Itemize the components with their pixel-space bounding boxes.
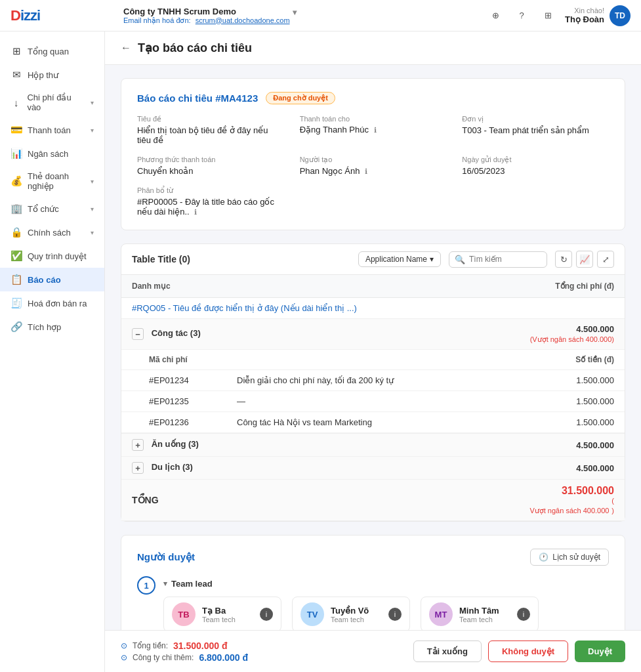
budget-icon: 📊 [10, 148, 22, 159]
back-button[interactable]: ← [121, 42, 131, 54]
sidebar-item-quy-trinh[interactable]: ✅ Quy trình duyệt [0, 244, 104, 268]
grid-icon[interactable]: ⊞ [539, 7, 557, 25]
sidebar-item-chinh-sach[interactable]: 🔒 Chính sách ▾ [0, 220, 104, 244]
approvers-title: Người duyệt [137, 551, 195, 563]
company-selector[interactable]: Công ty TNHH Scrum Demo Email nhận hoá đ… [123, 7, 478, 25]
category-name: − Công tác (3) [121, 319, 353, 350]
table-row: − Công tác (3) 4.500.000 (Vượt ngân sách… [121, 319, 625, 350]
company-email: Email nhận hoá đơn: scrum@uat.dochoadone… [123, 16, 290, 25]
info-grid: Tiêu đề Hiển thị toàn bộ tiêu đề ở đây n… [137, 115, 609, 217]
category-name: + Du lịch (3) [121, 457, 353, 480]
add-icon[interactable]: ⊕ [486, 7, 505, 25]
sidebar: ⊞ Tổng quan ✉ Hộp thư ↓ Chi phí đầu vào … [0, 32, 105, 672]
sidebar-item-chi-phi[interactable]: ↓ Chi phí đầu vào ▾ [0, 87, 104, 118]
sidebar-item-label: Tổ chức [28, 204, 59, 214]
invoice-icon: 🧾 [10, 297, 22, 309]
search-input[interactable] [469, 255, 541, 264]
total-amount: 31.500.000 đ [173, 640, 228, 651]
info-icon[interactable]: ℹ [374, 126, 377, 134]
approvers-header: Người duyệt 🕐 Lịch sử duyệt [137, 549, 609, 566]
sidebar-item-ngan-sach[interactable]: 📊 Ngân sách [0, 142, 104, 165]
col-category: Danh mục [121, 275, 353, 298]
sidebar-item-label: Hoá đơn bán ra [28, 299, 87, 308]
avatar: TB [172, 602, 196, 626]
payment-icon: 💳 [10, 124, 22, 136]
chart-icon[interactable]: 📈 [576, 251, 593, 268]
org-icon: 🏢 [10, 203, 22, 215]
help-icon[interactable]: ? [512, 7, 531, 25]
table-row: #EP01234 Diễn giải cho chi phí này, tối … [121, 370, 625, 434]
chevron-icon: ▾ [91, 178, 94, 185]
approver-info-button[interactable]: i [517, 608, 530, 621]
circle-icon: ⊙ [121, 653, 127, 662]
step-number-1: 1 [137, 576, 155, 595]
sidebar-item-to-chuc[interactable]: 🏢 Tổ chức ▾ [0, 197, 104, 220]
approve-button[interactable]: Duyệt [575, 640, 625, 662]
approver-info-button[interactable]: i [260, 608, 273, 621]
sub-col-desc: Số tiền (đ) [353, 350, 625, 370]
sidebar-item-label: Thanh toán [28, 125, 71, 135]
step-expand-1[interactable]: ▾ Team lead [163, 576, 609, 589]
sidebar-item-bao-cao[interactable]: 📋 Báo cáo [0, 268, 104, 291]
reject-button[interactable]: Không duyệt [488, 640, 568, 662]
report-id: Báo cáo chi tiêu #MA4123 [137, 93, 258, 104]
table-row: #EP01234 Diễn giải cho chi phí này, tối … [121, 370, 625, 391]
approver-info-button[interactable]: i [388, 608, 402, 621]
expense-amount: 1.500.000 [526, 391, 625, 412]
approver-card: MT Minh Tâm Team tech i [421, 597, 539, 632]
table-row: + Ăn uống (3) 4.500.000 [121, 434, 625, 457]
table-title: Table Title (0) [132, 254, 190, 264]
chevron-icon: ▾ [91, 229, 94, 236]
main-content: ← Tạo báo cáo chi tiêu Báo cáo chi tiêu … [105, 32, 641, 672]
expense-table: Danh mục Tổng chi phí (đ) #RQO05 - Tiêu … [121, 275, 625, 521]
company-name: Công ty TNHH Scrum Demo [123, 7, 290, 16]
bottom-bar: ⊙ Tổng tiền: 31.500.000 đ ⊙ Công ty chi … [105, 630, 641, 672]
link-cell[interactable]: #RQO05 - Tiêu đề được hiển thị ở đây (Nế… [121, 298, 625, 319]
info-icon[interactable]: ℹ [194, 208, 197, 216]
field-submit-date: Ngày gửi duyệt 16/05/2023 [462, 156, 609, 176]
workflow-icon: ✅ [10, 250, 22, 262]
sidebar-item-label: Quy trình duyệt [28, 251, 87, 261]
expense-amount: 1.500.000 [526, 412, 625, 433]
sidebar-item-tong-quan[interactable]: ⊞ Tổng quan [0, 39, 104, 63]
user-info[interactable]: Xin chào! Thọ Đoàn TD [565, 5, 631, 26]
search-box: 🔍 [449, 251, 547, 268]
page-header: ← Tạo báo cáo chi tiêu [105, 32, 641, 65]
download-icon: ↓ [10, 97, 22, 108]
grid-icon: ⊞ [10, 45, 22, 57]
expense-code: #EP01236 [121, 412, 226, 433]
sidebar-item-hoa-don[interactable]: 🧾 Hoá đơn bán ra [0, 291, 104, 315]
total-amount: 31.500.000 ( Vượt ngân sách 400.000 ) [353, 480, 625, 521]
refresh-icon[interactable]: ↻ [555, 251, 572, 268]
report-info-card: Báo cáo chi tiêu #MA4123 Đang chờ duyệt … [121, 78, 625, 230]
chevron-icon: ▾ [91, 99, 94, 106]
field-creator: Người tạo Phan Ngọc Ánh ℹ [300, 156, 447, 176]
history-button[interactable]: 🕐 Lịch sử duyệt [530, 549, 609, 566]
sidebar-item-tich-hop[interactable]: 🔗 Tích hợp [0, 315, 104, 339]
mail-icon: ✉ [10, 69, 22, 81]
expand-button[interactable]: + [132, 439, 144, 451]
sidebar-item-thanh-toan[interactable]: 💳 Thanh toán ▾ [0, 118, 104, 142]
sidebar-item-label: Chi phí đầu vào [27, 93, 85, 112]
card-icon: 💰 [10, 175, 22, 187]
info-icon[interactable]: ℹ [365, 167, 367, 175]
company-amount: 6.800.000 đ [199, 652, 248, 663]
table-row: + Du lịch (3) 4.500.000 [121, 457, 625, 480]
integration-icon: 🔗 [10, 321, 22, 333]
approver-info: Minh Tâm Team tech [459, 606, 499, 623]
approver-info: Tạ Ba Team tech [202, 606, 236, 623]
collapse-button[interactable]: − [132, 328, 144, 340]
sidebar-item-the[interactable]: 💰 Thẻ doanh nghiệp ▾ [0, 165, 104, 197]
sidebar-item-hop-thu[interactable]: ✉ Hộp thư [0, 63, 104, 87]
logo: Dizzi [10, 7, 115, 24]
expand-icon[interactable]: ⤢ [597, 251, 614, 268]
download-button[interactable]: Tải xuống [413, 640, 482, 662]
app-filter[interactable]: Application Name ▾ [358, 251, 441, 267]
avatar: MT [429, 602, 453, 626]
avatar: TV [300, 602, 324, 626]
category-name: + Ăn uống (3) [121, 434, 353, 457]
expense-code: #EP01235 [121, 391, 226, 412]
expand-button[interactable]: + [132, 462, 144, 474]
total-label: TỔNG [121, 480, 353, 521]
sidebar-item-label: Thẻ doanh nghiệp [28, 171, 85, 191]
